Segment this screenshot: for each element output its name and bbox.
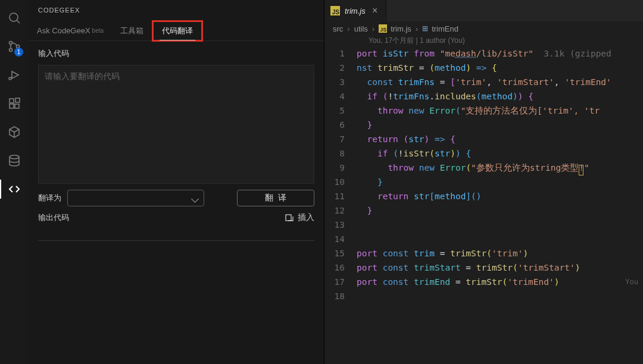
input-section-label: 输入代码 — [38, 48, 314, 59]
panel-tabs: Ask CodeGeeXbeta 工具箱 代码翻译 — [29, 21, 324, 41]
codegeex-icon[interactable] — [0, 176, 29, 202]
editor-tabs: JS trim.js × — [324, 0, 643, 21]
panel-title: CODEGEEX — [29, 0, 324, 21]
output-area — [38, 229, 314, 241]
editor-tab-trim[interactable]: JS trim.js × — [324, 0, 386, 21]
js-file-icon: JS — [379, 24, 387, 33]
debug-icon[interactable] — [0, 62, 29, 88]
svg-rect-7 — [10, 99, 14, 103]
codegeex-panel: CODEGEEX Ask CodeGeeXbeta 工具箱 代码翻译 输入代码 … — [29, 0, 324, 364]
svg-point-0 — [10, 13, 18, 21]
svg-rect-8 — [10, 104, 14, 108]
code-source[interactable]: port isStr from "medash/lib/isStr" 3.1k … — [357, 46, 643, 303]
js-file-icon: JS — [330, 6, 340, 15]
svg-rect-10 — [15, 98, 20, 102]
extensions-icon[interactable] — [0, 90, 29, 117]
tab-code-translate[interactable]: 代码翻译 — [152, 20, 203, 42]
search-icon[interactable] — [0, 5, 29, 31]
source-control-icon[interactable]: 1 — [0, 33, 29, 59]
editor-tab-filename: trim.js — [345, 7, 366, 15]
svg-point-2 — [10, 42, 13, 45]
svg-point-6 — [9, 77, 11, 80]
activity-bar: 1 — [0, 0, 29, 364]
svg-line-1 — [17, 20, 20, 23]
output-section-label: 输出代码 — [38, 212, 69, 223]
line-gutter: 123456789101112131415161718 — [324, 46, 357, 303]
svg-point-11 — [10, 155, 19, 159]
close-tab-icon[interactable]: × — [370, 5, 380, 16]
code-editor[interactable]: 123456789101112131415161718 port isStr f… — [324, 46, 643, 303]
svg-point-3 — [10, 49, 13, 52]
breadcrumb[interactable]: src› utils› JS trim.js› ⊞ trimEnd — [324, 21, 643, 36]
svg-rect-12 — [286, 215, 291, 221]
scm-badge: 1 — [14, 48, 23, 57]
svg-marker-5 — [12, 71, 18, 79]
insert-button[interactable]: 插入 — [285, 212, 314, 223]
code-input[interactable] — [38, 65, 314, 184]
symbol-icon: ⊞ — [422, 24, 428, 33]
target-language-select[interactable] — [67, 190, 204, 206]
tab-toolbox[interactable]: 工具箱 — [112, 21, 152, 40]
database-icon[interactable] — [0, 148, 29, 174]
editor-pane: JS trim.js × src› utils› JS trim.js› ⊞ t… — [324, 0, 643, 364]
tab-ask-codegeex[interactable]: Ask CodeGeeXbeta — [29, 21, 112, 40]
box-icon[interactable] — [0, 119, 29, 145]
insert-icon — [285, 213, 294, 222]
git-blame-hint: You, 17个月前 | 1 author (You) — [324, 36, 643, 46]
translate-to-label: 翻译为 — [38, 193, 61, 203]
translate-button[interactable]: 翻译 — [237, 190, 314, 206]
svg-rect-9 — [15, 104, 19, 108]
